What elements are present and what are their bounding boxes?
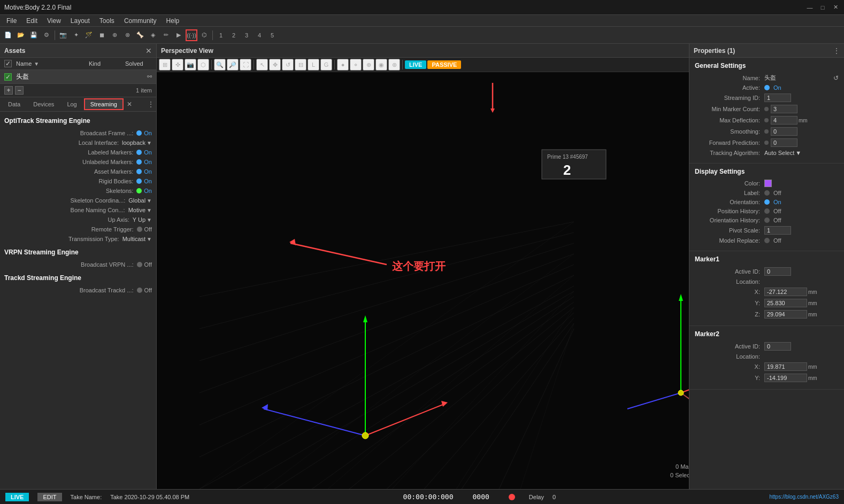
tab-more[interactable]: ⋮ [148,100,154,108]
toolbar-save[interactable]: 💾 [28,29,40,41]
prop-streaming-id-input[interactable] [764,94,791,102]
tab-close[interactable]: ✕ [127,100,132,108]
live-badge[interactable]: LIVE [405,60,426,69]
toolbar-streaming[interactable]: ((·)) [186,29,197,41]
view-move[interactable]: ✜ [172,59,183,71]
tab-log[interactable]: Log [61,99,82,110]
prop-min-marker-input[interactable] [771,105,797,113]
toolbar-edit[interactable]: ✏ [160,29,172,41]
remote-trigger-toggle[interactable]: Off [137,226,152,232]
view-select[interactable]: ↖ [256,59,268,71]
asset-markers-toggle[interactable]: On [136,168,152,175]
broadcast-vrpn-toggle[interactable]: Off [137,261,152,268]
skeletons-toggle[interactable]: On [136,188,152,194]
toolbar-2[interactable]: 2 [228,29,240,41]
broadcast-trackd-toggle[interactable]: Off [137,287,152,293]
prop-forward-pred-input[interactable] [771,138,797,147]
view-pan[interactable]: ✥ [269,59,281,71]
view-perspective[interactable]: ⬡ [197,59,209,71]
view-markers[interactable]: ● [337,59,349,71]
toolbar-4[interactable]: 4 [254,29,265,41]
labeled-markers-toggle[interactable]: On [136,149,152,156]
toolbar-track[interactable]: ▶ [173,29,185,41]
marker1-x-input[interactable] [764,288,807,296]
view-cam[interactable]: 📷 [185,59,196,71]
prop-model-replace-toggle[interactable]: Off [764,237,781,244]
prop-color-swatch[interactable] [764,180,772,187]
view-more2[interactable]: ⊛ [388,59,400,71]
bone-naming-dropdown[interactable]: Motive ▼ [128,207,152,213]
prop-max-deflection-input[interactable] [771,116,797,125]
view-reset[interactable]: ⊟ [295,59,306,71]
asset-checkbox[interactable]: ✓ [4,73,12,81]
prop-smoothing-input[interactable] [771,127,797,136]
tab-data[interactable]: Data [2,99,26,110]
toolbar-meas[interactable]: ⊗ [121,29,133,41]
prop-pivot-scale-input[interactable] [764,226,791,235]
toolbar-cal[interactable]: ⊕ [109,29,120,41]
unlabeled-markers-toggle[interactable]: On [136,159,152,165]
view-labels[interactable]: ⊕ [363,59,374,71]
prop-tracking-algo-dropdown[interactable]: Auto Select ▼ [764,150,801,156]
prop-active-toggle[interactable]: On [764,84,781,91]
assets-check-all[interactable]: ✓ [4,60,12,67]
asset-row[interactable]: ✓ 头盔 ⚯ [0,70,156,83]
transmission-type-dropdown[interactable]: Multicast ▼ [122,236,152,242]
toolbar-wand[interactable]: 🪄 [83,29,95,41]
menu-tools[interactable]: Tools [95,16,119,26]
view-local[interactable]: L [308,59,319,71]
view-rotate[interactable]: ↺ [282,59,294,71]
menu-file[interactable]: File [2,16,21,26]
toolbar-5[interactable]: 5 [266,29,278,41]
rigid-bodies-toggle[interactable]: On [136,178,152,184]
prop-pos-history-toggle[interactable]: Off [764,208,781,214]
toolbar-open[interactable]: 📂 [15,29,27,41]
marker2-y-input[interactable] [764,374,807,382]
toolbar-camera[interactable]: 📷 [57,29,69,41]
toolbar-1[interactable]: 1 [215,29,227,41]
toolbar-3[interactable]: 3 [241,29,252,41]
properties-more[interactable]: ⋮ [833,47,840,55]
live-button[interactable]: LIVE [5,493,29,501]
maximize-button[interactable]: □ [818,3,827,12]
marker1-activeid-input[interactable] [764,267,791,276]
prop-orient-history-toggle[interactable]: Off [764,217,781,223]
tab-streaming[interactable]: Streaming [84,98,124,110]
prop-label-toggle[interactable]: Off [764,190,781,196]
add-asset-button[interactable]: + [4,86,13,95]
view-grid[interactable]: ⊞ [159,59,171,71]
menu-help[interactable]: Help [162,16,184,26]
view-bones[interactable]: ⌖ [350,59,362,71]
toolbar-marker[interactable]: ✦ [70,29,82,41]
toolbar-wifi[interactable]: ⌬ [198,29,210,41]
toolbar-rigidbody[interactable]: ◈ [147,29,159,41]
tab-devices[interactable]: Devices [27,99,60,110]
toolbar-skeleton[interactable]: 🦴 [134,29,146,41]
up-axis-dropdown[interactable]: Y Up ▼ [133,216,152,223]
close-button[interactable]: ✕ [831,3,840,12]
assets-close[interactable]: ✕ [145,46,152,55]
local-interface-dropdown[interactable]: loopback ▼ [122,139,152,146]
menu-layout[interactable]: Layout [66,16,94,26]
view-more1[interactable]: ◉ [375,59,387,71]
marker2-activeid-input[interactable] [764,342,791,351]
menu-view[interactable]: View [43,16,65,26]
menu-community[interactable]: Community [120,16,161,26]
edit-button[interactable]: EDIT [37,493,62,501]
toolbar-new[interactable]: 📄 [2,29,14,41]
view-zoom-in[interactable]: 🔍 [214,59,226,71]
marker2-x-input[interactable] [764,362,807,371]
view-zoom-out[interactable]: 🔎 [227,59,239,71]
minimize-button[interactable]: — [805,3,814,12]
view-fit[interactable]: ⛶ [240,59,251,71]
toolbar-mask[interactable]: ◼ [96,29,108,41]
skeleton-coord-dropdown[interactable]: Global ▼ [128,197,152,204]
passive-badge[interactable]: PASSIVE [427,60,461,69]
prop-name-refresh[interactable]: ↺ [833,74,839,82]
toolbar-settings[interactable]: ⚙ [41,29,52,41]
marker1-y-input[interactable] [764,299,807,307]
marker1-z-input[interactable] [764,310,807,319]
broadcast-frame-toggle[interactable]: On [136,130,152,136]
prop-orientation-toggle[interactable]: On [764,199,781,205]
menu-edit[interactable]: Edit [22,16,42,26]
